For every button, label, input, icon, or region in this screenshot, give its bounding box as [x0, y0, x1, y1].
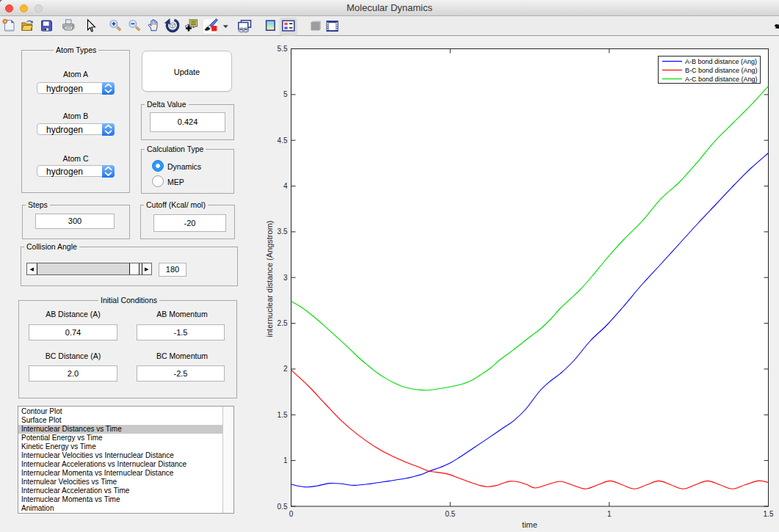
svg-text:A-C bond distance (Ang): A-C bond distance (Ang)	[685, 76, 758, 83]
svg-text:time: time	[522, 520, 537, 529]
svg-text:internuclear distance (Angstro: internuclear distance (Angstrom)	[265, 221, 274, 338]
svg-text:3.5: 3.5	[278, 227, 288, 236]
svg-text:1: 1	[283, 456, 288, 464]
svg-text:2: 2	[283, 365, 288, 373]
svg-text:3: 3	[283, 274, 288, 282]
svg-text:4: 4	[283, 182, 288, 190]
svg-text:A-B bond distance (Ang): A-B bond distance (Ang)	[685, 58, 757, 65]
svg-text:1.5: 1.5	[764, 510, 774, 518]
svg-text:5: 5	[283, 90, 288, 98]
svg-text:0: 0	[289, 510, 294, 518]
svg-text:0.5: 0.5	[445, 510, 455, 518]
svg-text:4.5: 4.5	[278, 136, 288, 145]
svg-text:1: 1	[607, 510, 612, 518]
svg-text:B-C bond distance (Ang): B-C bond distance (Ang)	[685, 67, 758, 74]
svg-text:5.5: 5.5	[278, 45, 288, 53]
svg-text:1.5: 1.5	[278, 411, 288, 419]
svg-text:2.5: 2.5	[278, 319, 288, 327]
svg-text:0.5: 0.5	[278, 503, 288, 511]
